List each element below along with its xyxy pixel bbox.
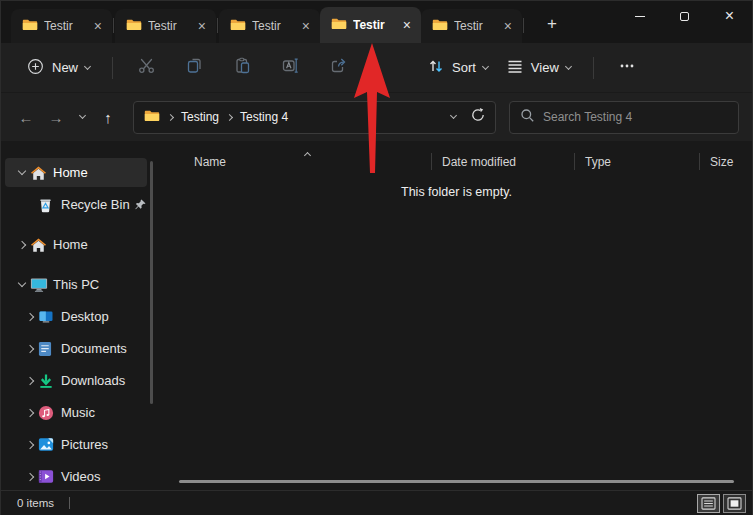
tab-close-icon[interactable]: × [299, 19, 313, 33]
more-options-button[interactable] [607, 51, 647, 85]
expand-toggle[interactable] [13, 171, 30, 174]
address-dropdown-icon[interactable] [450, 112, 457, 119]
up-button[interactable]: ↑ [93, 102, 123, 132]
expand-toggle[interactable] [21, 442, 38, 448]
sidebar-item-label: Pictures [61, 437, 108, 452]
back-button[interactable]: ← [11, 102, 41, 132]
breadcrumb-testing-4[interactable]: Testing 4 [240, 110, 288, 124]
recent-locations-button[interactable] [71, 116, 93, 118]
music-icon [38, 405, 61, 421]
tab-close-icon[interactable]: × [195, 19, 209, 33]
column-header-size[interactable]: Size [700, 155, 752, 169]
sidebar-item-documents[interactable]: Documents [5, 334, 147, 363]
search-input[interactable] [543, 110, 728, 124]
horizontal-scrollbar[interactable] [179, 480, 734, 483]
sidebar-item-videos[interactable]: Videos [5, 462, 147, 491]
column-header-date-modified[interactable]: Date modified [432, 155, 574, 169]
breadcrumb-testing[interactable]: Testing [181, 110, 219, 124]
chevron-down-icon [78, 112, 85, 119]
view-lines-icon [506, 57, 524, 78]
item-count: 0 items [17, 497, 54, 509]
expand-toggle[interactable] [21, 314, 38, 320]
new-button[interactable]: New [17, 51, 99, 85]
sidebar-item-desktop[interactable]: Desktop [5, 302, 147, 331]
sidebar-item-home-pinned[interactable]: Home [5, 158, 147, 187]
scissors-icon [137, 56, 156, 79]
folder-icon [144, 108, 160, 126]
ellipsis-icon [618, 57, 636, 79]
empty-folder-message: This folder is empty. [161, 185, 752, 199]
forward-button[interactable]: → [41, 102, 71, 132]
sidebar-item-label: Desktop [61, 309, 109, 324]
chevron-down-icon [17, 279, 25, 287]
column-header-name[interactable]: Name [161, 155, 431, 169]
tab-label: Testir [44, 19, 85, 33]
expand-toggle[interactable] [21, 410, 38, 416]
tab-testing-3[interactable]: Testir × [219, 9, 320, 43]
sidebar-item-label: Documents [61, 341, 127, 356]
videos-icon [38, 469, 61, 484]
share-button[interactable] [318, 51, 358, 85]
tab-testing-2[interactable]: Testir × [115, 9, 216, 43]
cut-button[interactable] [126, 51, 166, 85]
toolbar-separator [112, 57, 113, 79]
minimize-icon [635, 16, 645, 17]
new-button-label: New [52, 60, 78, 75]
rename-button[interactable] [270, 51, 310, 85]
tab-close-icon[interactable]: × [400, 18, 414, 32]
paste-button[interactable] [222, 51, 262, 85]
maximize-button[interactable] [662, 1, 707, 31]
expand-toggle[interactable] [21, 474, 38, 480]
tab-close-icon[interactable]: × [501, 19, 515, 33]
expand-toggle[interactable] [13, 283, 30, 286]
view-button[interactable]: View [497, 51, 580, 84]
large-icons-view-button[interactable] [723, 494, 746, 513]
copy-icon [185, 56, 204, 79]
tab-close-icon[interactable]: × [91, 19, 105, 33]
expand-toggle[interactable] [21, 346, 38, 352]
sidebar-scrollbar[interactable] [150, 161, 153, 404]
breadcrumb-chevron-icon [167, 113, 174, 120]
address-bar[interactable]: Testing Testing 4 [133, 101, 496, 134]
tab-testing-5[interactable]: Testir × [421, 9, 522, 43]
downloads-icon [38, 373, 61, 389]
sidebar-item-music[interactable]: Music [5, 398, 147, 427]
refresh-button[interactable] [470, 107, 486, 127]
sort-button-label: Sort [452, 60, 476, 75]
sidebar-item-pictures[interactable]: Pictures [5, 430, 147, 459]
search-box[interactable] [509, 101, 739, 134]
sidebar-item-label: Home [53, 165, 88, 180]
column-header-type[interactable]: Type [575, 155, 699, 169]
explorer-body: Home Recycle Bin Home This PC [1, 141, 752, 490]
chevron-right-icon [25, 472, 33, 480]
sidebar-item-home[interactable]: Home [5, 230, 147, 259]
sort-button[interactable]: Sort [418, 51, 497, 84]
column-headers: Name Date modified Type Size [161, 149, 752, 174]
sidebar-item-label: Recycle Bin [61, 197, 130, 212]
folder-icon [126, 17, 142, 35]
navigation-pane: Home Recycle Bin Home This PC [1, 141, 161, 490]
breadcrumb-chevron-icon [226, 113, 233, 120]
expand-toggle[interactable] [13, 242, 30, 248]
expand-toggle[interactable] [21, 378, 38, 384]
close-window-button[interactable]: × [707, 1, 752, 31]
sidebar-item-recycle-bin[interactable]: Recycle Bin [5, 190, 147, 219]
chevron-right-icon [25, 344, 33, 352]
tab-separator [523, 18, 524, 33]
minimize-button[interactable] [617, 1, 662, 31]
chevron-down-icon [565, 62, 572, 69]
view-toggle-buttons [697, 494, 746, 513]
sidebar-item-downloads[interactable]: Downloads [5, 366, 147, 395]
new-tab-button[interactable]: + [537, 9, 567, 39]
chevron-right-icon [17, 240, 25, 248]
details-view-button[interactable] [697, 494, 720, 513]
tab-testing-4-active[interactable]: Testir × [320, 7, 421, 43]
view-button-label: View [531, 60, 559, 75]
tab-testing-1[interactable]: Testir × [11, 9, 112, 43]
home-icon [30, 165, 53, 181]
toolbar-separator [593, 57, 594, 79]
file-list-pane: Name Date modified Type Size This folder… [161, 141, 752, 490]
sidebar-item-this-pc[interactable]: This PC [5, 270, 147, 299]
copy-button[interactable] [174, 51, 214, 85]
folder-icon [331, 16, 347, 34]
